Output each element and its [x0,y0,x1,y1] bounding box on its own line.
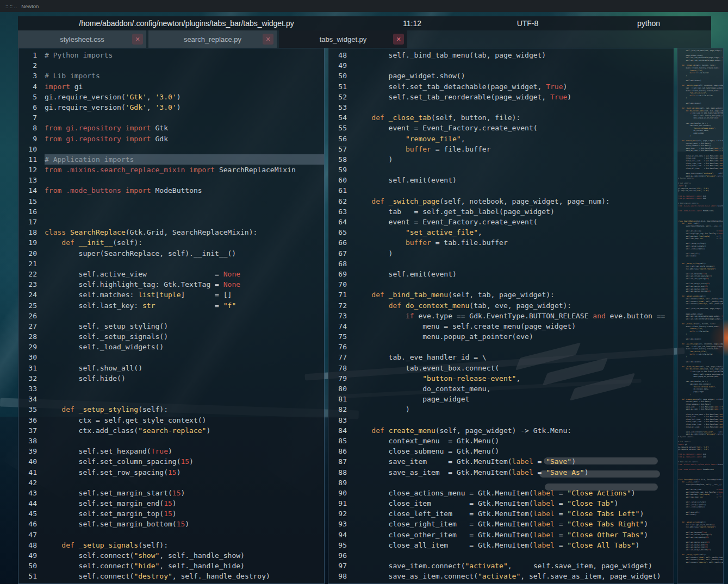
code-line[interactable]: 47 [18,530,324,540]
code-line[interactable]: 67 ) [328,248,674,259]
code-line[interactable]: 50 self.connect("hide", self._handle_hid… [18,561,324,571]
code-line[interactable]: 73 if eve.type == Gdk.EventType.BUTTON_R… [328,311,674,321]
code-line[interactable]: 62 def _switch_page(self, notebook, page… [328,196,674,206]
code-line[interactable]: 97 save_item.connect("activate", self.sa… [328,561,674,571]
tab-stylesheet-css[interactable]: stylesheet.css✕ [18,30,146,48]
code-line[interactable]: 72 def do_context_menu(tab, eve, page_wi… [328,300,674,311]
code-line[interactable]: 24 self.matches: list[tuple] = [] [18,290,324,300]
code-line[interactable]: 33 [18,384,324,394]
code-line[interactable]: 96 [328,550,674,561]
code-line[interactable]: 81 page_widget [328,394,674,404]
code-line[interactable]: 4import gi [18,81,324,92]
code-line[interactable]: 30 [18,352,324,362]
code-line[interactable]: 54 def _close_tab(self, button, file): [328,112,674,123]
code-line[interactable]: 70 [328,279,674,290]
code-line[interactable]: 98 save_as_item.connect("activate", self… [328,571,674,581]
tab-close-icon[interactable]: ✕ [263,34,273,45]
code-line[interactable]: 3# Lib imports [18,71,324,81]
code-line[interactable]: 36 ctx = self.get_style_context() [18,415,324,425]
code-line[interactable]: 52 [18,582,324,584]
code-line[interactable]: 52 self.set_tab_reorderable(page_widget,… [328,92,674,102]
code-line[interactable]: 49 [328,60,674,71]
code-line[interactable]: 87 save_item = Gtk.MenuItem(label = "Sav… [328,456,674,467]
code-line[interactable]: 85 context_menu = Gtk.Menu() [328,436,674,446]
code-line[interactable]: 78 tab.event_box.connect( [328,363,674,373]
code-line[interactable]: 29 self._load_widgets() [18,342,324,352]
code-line[interactable]: 45 self.set_margin_top(15) [18,508,324,519]
code-line[interactable]: 19 def __init__(self): [18,237,324,248]
code-line[interactable]: 60 self.emit(event) [328,175,674,185]
code-line[interactable]: 95 close_all_item = Gtk.MenuItem(label =… [328,540,674,550]
code-line[interactable]: 83 [328,415,674,425]
window-titlebar[interactable]: :: :: .. Newton [0,0,728,12]
code-line[interactable]: 38 [18,436,324,446]
code-line[interactable]: 53 [328,102,674,112]
code-line[interactable]: 40 self.set_column_spacing(15) [18,456,324,467]
code-line[interactable]: 92 close_left_item = Gtk.MenuItem(label … [328,508,674,519]
code-line[interactable]: 77 tab._eve_handler_id = \ [328,352,674,362]
code-line[interactable]: 21 [18,259,324,269]
code-line[interactable]: 23 self.highlight_tag: Gtk.TextTag = Non… [18,279,324,290]
code-line[interactable]: 5gi.require_version('Gtk', '3.0') [18,92,324,102]
code-pane-left[interactable]: 1# Python imports23# Lib imports4import … [18,48,325,584]
code-line[interactable]: 8from gi.repository import Gtk [18,123,324,133]
code-line[interactable]: 68 [328,259,674,269]
code-pane-right[interactable]: 48 self._bind_tab_menu(tab, page_widget)… [328,48,674,584]
tab-close-icon[interactable]: ✕ [393,34,404,45]
code-line[interactable]: 71 def _bind_tab_menu(self, tab, page_wi… [328,290,674,300]
code-line[interactable]: 48 def _setup_signals(self): [18,540,324,550]
code-line[interactable]: 42 [18,478,324,488]
code-line[interactable]: 18class SearchReplace(Gtk.Grid, SearchRe… [18,227,324,237]
tab-search-replace-py[interactable]: search_replace.py✕ [148,30,277,48]
code-line[interactable]: 6gi.require_version('Gdk', '3.0') [18,102,324,112]
code-line[interactable]: 80 do_context_menu, [328,384,674,394]
code-line[interactable]: 66 buffer = tab.file.buffer [328,237,674,248]
code-line[interactable]: 34 [18,394,324,404]
code-line[interactable]: 2 [18,60,324,71]
code-line[interactable]: 37 ctx.add_class("search-replace") [18,425,324,436]
code-line[interactable]: 14from .mode_buttons import ModeButtons [18,185,324,196]
code-line[interactable]: 89 [328,478,674,488]
code-line[interactable]: 27 self._setup_styling() [18,321,324,331]
code-line[interactable]: 39 self.set_hexpand(True) [18,446,324,456]
code-line[interactable]: 56 "remove_file", [328,134,674,144]
code-line[interactable]: 51 self.connect("destroy", self._handle_… [18,571,324,581]
code-line[interactable]: 48 self._bind_tab_menu(tab, page_widget) [328,50,674,60]
code-line[interactable]: 49 self.connect("show", self._handle_sho… [18,550,324,561]
code-line[interactable]: 50 page_widget.show() [328,71,674,81]
code-line[interactable]: 61 [328,185,674,196]
code-line[interactable]: 93 close_right_item = Gtk.MenuItem(label… [328,519,674,529]
language-indicator[interactable]: python [586,19,711,28]
code-line[interactable]: 28 self._setup_signals() [18,331,324,342]
code-line[interactable]: 84 def create_menu(self, page_widget) ->… [328,425,674,436]
code-line[interactable]: 9from gi.repository import Gdk [18,134,324,144]
code-line[interactable]: 59 [328,165,674,175]
code-line[interactable]: 57 buffer = file.buffer [328,144,674,154]
code-line[interactable]: 7 [18,112,324,123]
code-line[interactable]: 16 [18,206,324,217]
code-line[interactable]: 90 close_actions_menu = Gtk.MenuItem(lab… [328,488,674,498]
code-line[interactable]: 76 [328,342,674,352]
code-line[interactable]: 44 self.set_margin_end(15) [18,498,324,508]
code-line[interactable]: 64 event = Event_Factory.create_event( [328,217,674,227]
code-line[interactable]: 20 super(SearchReplace, self).__init__() [18,248,324,259]
code-line[interactable]: 26 [18,311,324,321]
code-line[interactable]: 32 self.hide() [18,373,324,384]
encoding-indicator[interactable]: UTF-8 [469,19,586,28]
code-line[interactable]: 10 [18,144,324,154]
code-line[interactable]: 65 "set_active_file", [328,227,674,237]
code-line[interactable]: 51 self.set_tab_detachable(page_widget, … [328,81,674,92]
code-line[interactable]: 58 ) [328,154,674,165]
minimap[interactable]: self._bind_tab_menu(tab, page_widget) pa… [677,48,724,584]
code-line[interactable]: 1# Python imports [18,50,324,60]
code-line[interactable]: 82 ) [328,404,674,415]
tab-tabs-widget-py[interactable]: tabs_widget.py✕ [279,30,407,48]
code-line[interactable]: 55 event = Event_Factory.create_event( [328,123,674,133]
code-line[interactable]: 88 save_as_item = Gtk.MenuItem(label = "… [328,467,674,478]
code-line[interactable]: 69 self.emit(event) [328,269,674,279]
code-line[interactable]: 79 "button-release-event", [328,373,674,384]
code-line[interactable]: 31 self.show_all() [18,363,324,373]
code-line[interactable]: 46 self.set_margin_bottom(15) [18,519,324,529]
code-line[interactable]: 12from .mixins.search_replace_mixin impo… [18,165,324,175]
code-line[interactable]: 41 self.set_row_spacing(15) [18,467,324,478]
